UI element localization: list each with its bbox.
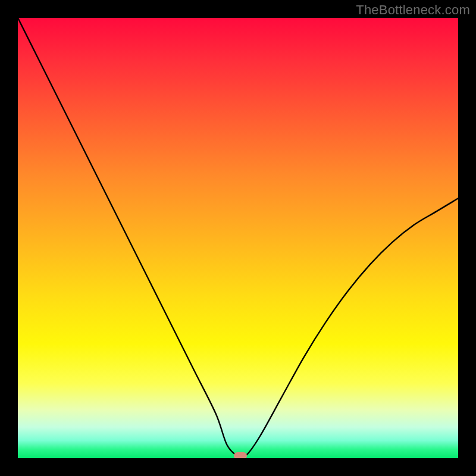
- optimal-point-marker: [234, 452, 247, 458]
- watermark-text: TheBottleneck.com: [356, 2, 470, 18]
- chart-frame: TheBottleneck.com: [0, 0, 476, 476]
- bottleneck-curve: [18, 18, 458, 458]
- plot-area: [18, 18, 458, 458]
